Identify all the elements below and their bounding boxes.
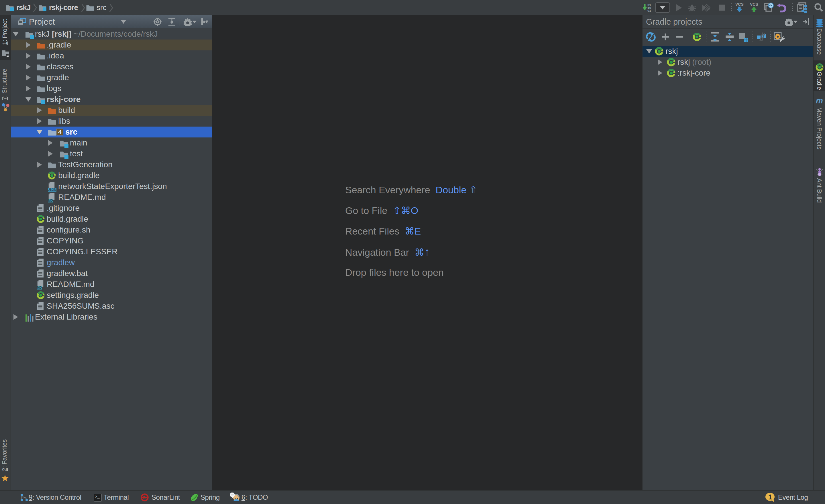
svg-text:VCS: VCS — [750, 2, 758, 7]
svg-text:m: m — [816, 97, 823, 105]
svg-text:1: 1 — [768, 493, 772, 501]
svg-text:VCS: VCS — [735, 2, 744, 7]
svg-text:01: 01 — [648, 9, 652, 13]
